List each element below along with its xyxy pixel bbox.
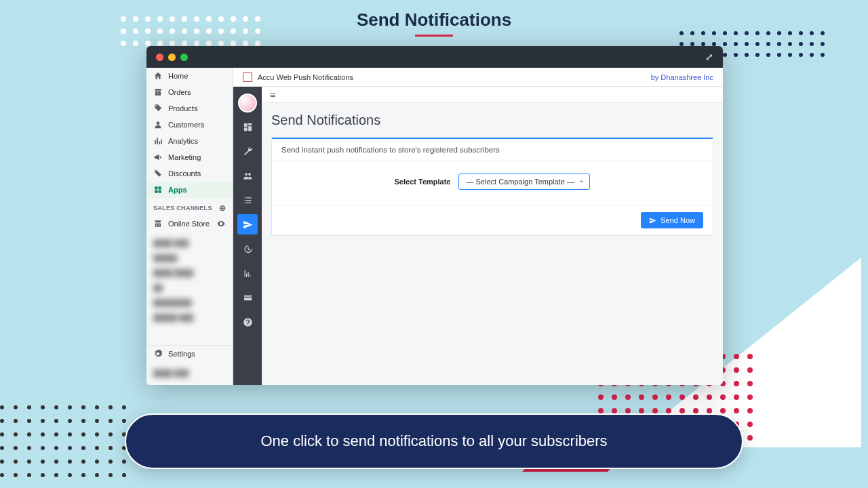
sidebar-item-label: Orders <box>168 88 191 96</box>
app-window: ⤢ Home Orders Products Customers An <box>146 46 723 385</box>
rail-help-icon[interactable] <box>237 312 258 332</box>
main-pane: Accu Web Push Notifications by Dhanashre… <box>233 68 723 385</box>
sidebar-item-products[interactable]: Products <box>146 100 233 117</box>
sidebar-item-label: Products <box>168 104 197 113</box>
sidebar-item-discounts[interactable]: Discounts <box>146 165 233 182</box>
sidebar-item-customers[interactable]: Customers <box>146 117 233 133</box>
card-description: Send instant push notifications to store… <box>272 139 713 161</box>
apps-icon <box>153 185 163 195</box>
home-icon <box>153 71 163 81</box>
close-icon[interactable] <box>156 54 163 61</box>
analytics-icon <box>153 136 163 146</box>
sales-channels-heading: SALES CHANNELS ⊕ <box>146 198 233 216</box>
sidebar-item-apps[interactable]: Apps <box>146 182 233 198</box>
sidebar-item-settings[interactable]: Settings <box>146 345 233 362</box>
discount-icon <box>153 169 163 178</box>
content: ≡ Send Notifications Send instant push n… <box>262 87 723 385</box>
sidebar-item-label: Settings <box>168 350 195 358</box>
sidebar-item-online-store[interactable]: Online Store <box>146 216 233 232</box>
sidebar-item-label: Home <box>168 72 188 80</box>
sidebar-item-label: Apps <box>168 186 187 194</box>
orders-icon <box>153 87 163 97</box>
app-header: Accu Web Push Notifications by Dhanashre… <box>233 68 723 87</box>
rail-dashboard-icon[interactable] <box>237 117 258 137</box>
maximize-icon[interactable] <box>180 54 188 61</box>
sidebar-item-label: Analytics <box>168 137 198 145</box>
sidebar-item-orders[interactable]: Orders <box>146 84 233 100</box>
sidebar-item-marketing[interactable]: Marketing <box>146 149 233 165</box>
shopify-sidebar: Home Orders Products Customers Analytics… <box>146 68 233 385</box>
decor-dots-black <box>0 405 126 477</box>
send-card: Send instant push notifications to store… <box>271 138 713 236</box>
rail-chart-icon[interactable] <box>237 263 258 283</box>
sidebar-item-label: Marketing <box>168 153 201 161</box>
marketing-caption: One click to send notifications to all y… <box>125 413 743 469</box>
paper-plane-icon <box>649 217 656 224</box>
gear-icon <box>153 349 163 359</box>
user-icon <box>153 120 163 129</box>
sidebar-item-label: Online Store <box>168 220 210 228</box>
avatar[interactable] <box>238 94 257 113</box>
template-row: Select Template --- Select Campaign Temp… <box>272 161 713 205</box>
app-name: Accu Web Push Notifications <box>258 73 353 81</box>
sidebar-item-home[interactable]: Home <box>146 68 233 84</box>
megaphone-icon <box>153 152 163 162</box>
sidebar-item-label: Discounts <box>168 169 201 178</box>
app-vendor: by Dhanashree Inc <box>651 73 713 81</box>
rail-list-icon[interactable] <box>237 190 258 210</box>
select-template-label: Select Template <box>395 178 451 186</box>
decor-dots-white <box>121 16 260 46</box>
rail-history-icon[interactable] <box>237 239 258 259</box>
blurred-items: ████ ████████████ ███████████████████ ██… <box>151 236 229 341</box>
page-title: Send Notifications <box>271 113 713 128</box>
send-now-button[interactable]: Send Now <box>641 212 703 228</box>
titlebar: ⤢ <box>146 46 723 68</box>
store-icon <box>153 219 163 228</box>
template-select[interactable]: --- Select Campaign Template --- <box>458 174 590 190</box>
sidebar-item-label: Customers <box>168 121 204 129</box>
blurred-account: ████ ███ <box>151 366 229 381</box>
minimize-icon[interactable] <box>168 54 176 61</box>
rail-card-icon[interactable] <box>237 287 258 308</box>
content-topbar: ≡ <box>262 87 723 103</box>
hamburger-icon[interactable]: ≡ <box>270 89 275 100</box>
eye-icon[interactable] <box>216 219 226 228</box>
marketing-underline <box>415 35 453 37</box>
icon-rail <box>233 87 262 385</box>
traffic-lights <box>156 54 188 61</box>
rail-send-icon[interactable] <box>237 214 258 235</box>
rail-users-icon[interactable] <box>237 165 258 186</box>
rail-wrench-icon[interactable] <box>237 141 258 161</box>
add-channel-button[interactable]: ⊕ <box>219 203 226 213</box>
app-logo-icon <box>243 73 252 82</box>
sidebar-item-analytics[interactable]: Analytics <box>146 133 233 149</box>
tag-icon <box>153 104 163 113</box>
fullscreen-button[interactable]: ⤢ <box>705 52 713 62</box>
card-footer: Send Now <box>272 205 713 235</box>
